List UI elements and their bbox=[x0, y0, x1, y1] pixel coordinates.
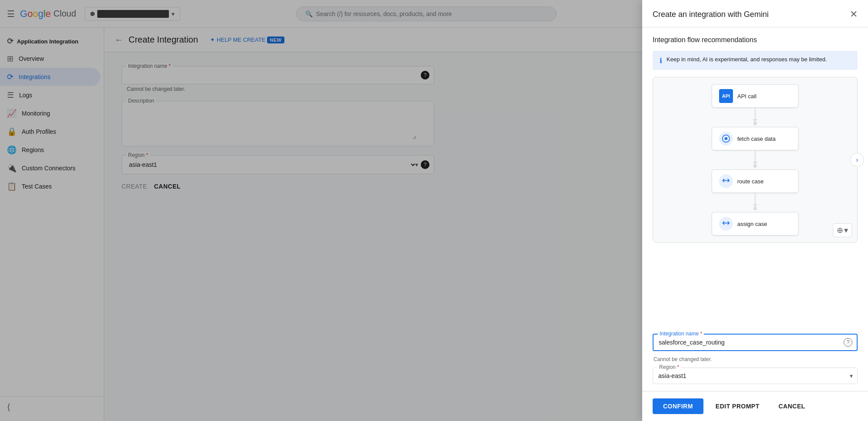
flow-node-api-call: API API call bbox=[712, 84, 799, 108]
flow-diagram: API API call fetch case data bbox=[653, 77, 858, 243]
svg-point-1 bbox=[725, 137, 728, 140]
flow-node-fetch-case: fetch case data bbox=[712, 127, 799, 150]
info-banner: ℹ Keep in mind, AI is experimental, and … bbox=[653, 51, 858, 70]
route-case-icon bbox=[719, 174, 733, 188]
gemini-panel: Create an integration with Gemini ✕ Inte… bbox=[642, 0, 868, 421]
gemini-region-wrapper: Region * asia-east1 us-central1 us-east1… bbox=[653, 368, 858, 384]
flow-connector-1 bbox=[755, 108, 756, 122]
flow-node-route-case: route case bbox=[712, 169, 799, 193]
gemini-title: Create an integration with Gemini bbox=[653, 10, 769, 19]
gemini-integration-name-wrapper: Integration name * ? bbox=[653, 334, 858, 351]
gemini-close-button[interactable]: ✕ bbox=[850, 9, 858, 20]
info-icon: ℹ bbox=[660, 56, 662, 65]
zoom-control[interactable]: ⊕ ▾ bbox=[833, 223, 852, 237]
flow-expand-button[interactable]: › bbox=[850, 153, 864, 167]
zoom-icon: ⊕ bbox=[837, 225, 843, 235]
flow-dot-1 bbox=[753, 122, 757, 125]
gemini-body: Integration flow recommendations ℹ Keep … bbox=[642, 27, 868, 334]
gemini-cannot-change-hint: Cannot be changed later. bbox=[653, 356, 858, 362]
gemini-integration-name-help-icon[interactable]: ? bbox=[844, 338, 852, 347]
flow-node-assign-case: assign case bbox=[712, 212, 799, 235]
gemini-header: Create an integration with Gemini ✕ bbox=[642, 0, 868, 27]
gemini-region-label: Region * bbox=[657, 364, 681, 370]
assign-case-icon bbox=[719, 217, 733, 231]
fetch-case-label: fetch case data bbox=[737, 136, 776, 142]
flow-connector-2 bbox=[755, 150, 756, 164]
zoom-dropdown-icon: ▾ bbox=[844, 225, 848, 235]
gemini-subtitle: Integration flow recommendations bbox=[653, 36, 858, 44]
flow-connector-3 bbox=[755, 193, 756, 207]
edit-prompt-button[interactable]: EDIT PROMPT bbox=[709, 398, 766, 414]
gemini-integration-name-label: Integration name * bbox=[658, 331, 704, 337]
cancel-gemini-button[interactable]: CANCEL bbox=[772, 398, 812, 414]
gemini-region-dropdown-icon: ▾ bbox=[850, 372, 853, 379]
api-call-label: API call bbox=[737, 93, 756, 99]
confirm-button[interactable]: CONFIRM bbox=[653, 398, 703, 414]
gemini-form: Integration name * ? Cannot be changed l… bbox=[642, 334, 868, 391]
route-case-label: route case bbox=[737, 178, 764, 185]
info-banner-text: Keep in mind, AI is experimental, and re… bbox=[667, 56, 827, 63]
api-call-icon: API bbox=[719, 89, 733, 103]
flow-dot-3 bbox=[753, 207, 757, 210]
fetch-case-icon bbox=[719, 132, 733, 146]
gemini-footer: CONFIRM EDIT PROMPT CANCEL bbox=[642, 391, 868, 421]
gemini-region-select[interactable]: asia-east1 us-central1 us-east1 europe-w… bbox=[658, 372, 840, 379]
flow-dot-2 bbox=[753, 164, 757, 168]
assign-case-label: assign case bbox=[737, 221, 767, 227]
gemini-integration-name-input[interactable] bbox=[659, 339, 839, 346]
